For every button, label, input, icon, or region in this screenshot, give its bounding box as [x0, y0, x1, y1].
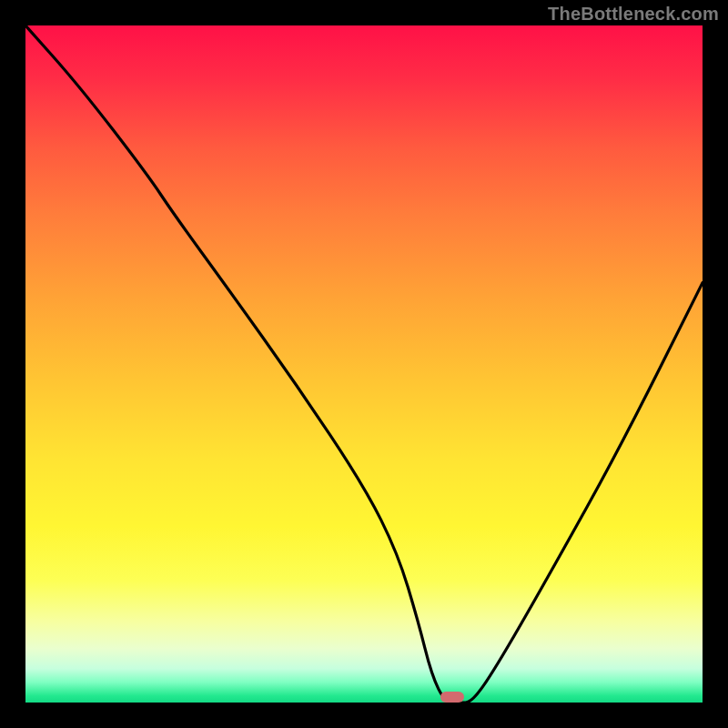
- plot-area: [25, 25, 703, 703]
- chart-frame: TheBottleneck.com: [0, 0, 728, 728]
- watermark-text: TheBottleneck.com: [548, 4, 719, 25]
- bottleneck-curve: [25, 25, 703, 703]
- optimal-marker: [440, 692, 464, 703]
